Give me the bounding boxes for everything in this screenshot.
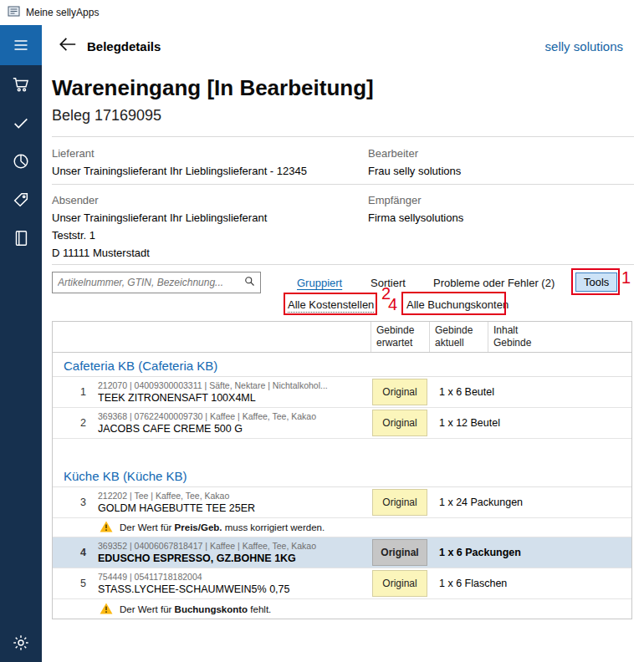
row-number: 5: [53, 568, 93, 598]
article-description: 754449 | 05411718182004 STASS.LYCHEE-SCH…: [93, 568, 371, 598]
gebinde-cell: Original: [371, 377, 429, 407]
document-number: Beleg 17169095: [52, 107, 161, 125]
gebinde-dropdown[interactable]: Original: [372, 410, 427, 436]
warning-text: Der Wert für Buchungskonto fehlt.: [120, 604, 271, 614]
gebinde-cell: Original: [371, 568, 429, 598]
row-number: 1: [53, 377, 93, 407]
document-title: Wareneingang [In Bearbeitung]: [52, 75, 374, 101]
article-name: GOLDM HAGEBUTTE TEE 25ER: [98, 502, 367, 516]
absender-street: Teststr. 1: [52, 229, 95, 242]
tab-gruppiert[interactable]: Gruppiert: [297, 277, 342, 289]
inhalt-gebinde-value: 1 x 12 Beutel: [429, 408, 631, 438]
inhalt-gebinde-value: 1 x 6 Flaschen: [429, 568, 631, 598]
inhalt-gebinde-value: 1 x 6 Packungen: [429, 537, 631, 568]
sidebar-item-reports[interactable]: [0, 142, 42, 181]
search-icon: [243, 275, 256, 291]
back-arrow-icon: [57, 33, 79, 59]
article-name: TEEK ZITRONENSAFT 100X4ML: [98, 391, 367, 405]
tag-icon: [12, 191, 30, 209]
gebinde-dropdown[interactable]: Original: [372, 539, 427, 566]
divider: [52, 136, 634, 137]
divider: [52, 184, 634, 185]
article-meta: 369352 | 04006067818417 | Kaffee | Kaffe…: [98, 540, 367, 552]
column-header-gebinde-aktuell: Gebindeaktuell: [429, 322, 488, 352]
table-header-row: Gebindeerwartet Gebindeaktuell InhaltGeb…: [53, 322, 631, 353]
row-number: 3: [53, 487, 93, 517]
warning-row: Der Wert für Preis/Geb. muss korrigiert …: [53, 518, 631, 537]
search-input[interactable]: [53, 277, 238, 288]
window-title: Meine sellyApps: [26, 7, 99, 18]
article-meta: 369368 | 07622400009730 | Kaffee | Kaffe…: [98, 410, 367, 422]
empfaenger-label: Empfänger: [368, 194, 422, 206]
group-gap: [53, 439, 631, 463]
absender-name: Unser Trainingslieferant Ihr Lieblingsli…: [52, 211, 267, 224]
table-row[interactable]: 1 212070 | 04009300003311 | Säfte, Nekta…: [53, 377, 631, 408]
gebinde-dropdown[interactable]: Original: [372, 489, 427, 516]
group-header-cafeteria: Cafeteria KB (Cafeteria KB): [53, 353, 631, 377]
article-name: JACOBS CAFE CREME 500 G: [98, 422, 367, 436]
positions-table: Gebindeerwartet Gebindeaktuell InhaltGeb…: [52, 321, 632, 619]
app-icon: [8, 5, 20, 21]
sidebar-item-labels[interactable]: [0, 181, 42, 219]
table-row-selected[interactable]: 4 369352 | 04006067818417 | Kaffee | Kaf…: [53, 537, 631, 568]
inhalt-gebinde-value: 1 x 6 Beutel: [429, 377, 631, 407]
gebinde-cell: Original: [371, 487, 429, 517]
search-button[interactable]: [238, 272, 260, 293]
hamburger-menu-button[interactable]: [0, 25, 42, 65]
article-meta: 754449 | 05411718182004: [98, 571, 367, 583]
column-header-gebinde-erwartet: Gebindeerwartet: [371, 322, 429, 352]
article-description: 369352 | 04006067818417 | Kaffee | Kaffe…: [93, 537, 371, 568]
back-button[interactable]: [54, 32, 82, 60]
sidebar-item-settings[interactable]: [0, 624, 42, 662]
article-description: 212070 | 04009300003311 | Säfte, Nektare…: [93, 377, 371, 407]
warning-icon: [100, 603, 113, 616]
empfaenger-value: Firma sellysolutions: [368, 211, 463, 224]
checkmark-icon: [12, 114, 30, 132]
titlebar: Meine sellyApps: [0, 0, 644, 25]
column-header-inhalt-gebinde: InhaltGebinde: [488, 322, 631, 352]
brand-label: selly solutions: [545, 39, 644, 53]
sidebar-item-orders[interactable]: [0, 65, 42, 104]
article-description: 212202 | Tee | Kaffee, Tee, Kakao GOLDM …: [93, 487, 371, 517]
annotation-number-buchungskonten: 4: [388, 296, 397, 313]
sidebar: [0, 25, 42, 662]
absender-city: D 11111 Musterstadt: [52, 247, 150, 259]
pie-chart-icon: [12, 152, 30, 171]
annotation-number-tools: 1: [621, 269, 631, 286]
gebinde-dropdown[interactable]: Original: [372, 379, 427, 405]
table-row[interactable]: 2 369368 | 07622400009730 | Kaffee | Kaf…: [53, 408, 631, 439]
cart-icon: [12, 75, 30, 94]
table-row[interactable]: 5 754449 | 05411718182004 STASS.LYCHEE-S…: [53, 568, 631, 599]
row-number: 2: [53, 408, 93, 438]
filter-alle-buchungskonten[interactable]: Alle Buchungskonten: [406, 298, 509, 311]
bearbeiter-label: Bearbeiter: [368, 147, 418, 160]
divider: [52, 264, 634, 265]
inhalt-gebinde-value: 1 x 24 Packungen: [429, 487, 631, 517]
gebinde-cell: Original: [371, 408, 429, 438]
row-number: 4: [53, 537, 93, 568]
article-description: 369368 | 07622400009730 | Kaffee | Kaffe…: [93, 408, 371, 438]
hamburger-icon: [13, 37, 29, 53]
book-icon: [12, 229, 30, 247]
lieferant-value: Unser Trainingslieferant Ihr Lieblingsli…: [52, 165, 307, 177]
gear-icon: [12, 634, 30, 652]
article-meta: 212070 | 04009300003311 | Säfte, Nektare…: [98, 379, 367, 391]
sidebar-item-tasks[interactable]: [0, 104, 42, 142]
filter-alle-kostenstellen[interactable]: Alle Kostenstellen: [288, 298, 374, 313]
group-header-kueche: Küche KB (Küche KB): [53, 463, 631, 487]
warning-row: Der Wert für Buchungskonto fehlt.: [53, 599, 631, 619]
tools-button[interactable]: Tools: [575, 272, 617, 292]
lieferant-label: Lieferant: [52, 147, 95, 160]
article-search-box: [52, 272, 261, 293]
sidebar-item-catalog[interactable]: [0, 219, 42, 257]
gebinde-cell: Original: [371, 537, 429, 568]
page-title: Belegdetails: [87, 39, 161, 53]
article-name: STASS.LYCHEE-SCHAUMWEIN5% 0,75: [98, 583, 367, 597]
warning-text: Der Wert für Preis/Geb. muss korrigiert …: [120, 522, 325, 532]
table-row[interactable]: 3 212202 | Tee | Kaffee, Tee, Kakao GOLD…: [53, 487, 631, 518]
bearbeiter-value: Frau selly solutions: [368, 165, 461, 177]
absender-label: Absender: [52, 194, 99, 206]
warning-icon: [100, 521, 113, 534]
tab-probleme-oder-fehler[interactable]: Probleme oder Fehler (2): [433, 277, 555, 289]
gebinde-dropdown[interactable]: Original: [372, 570, 427, 597]
